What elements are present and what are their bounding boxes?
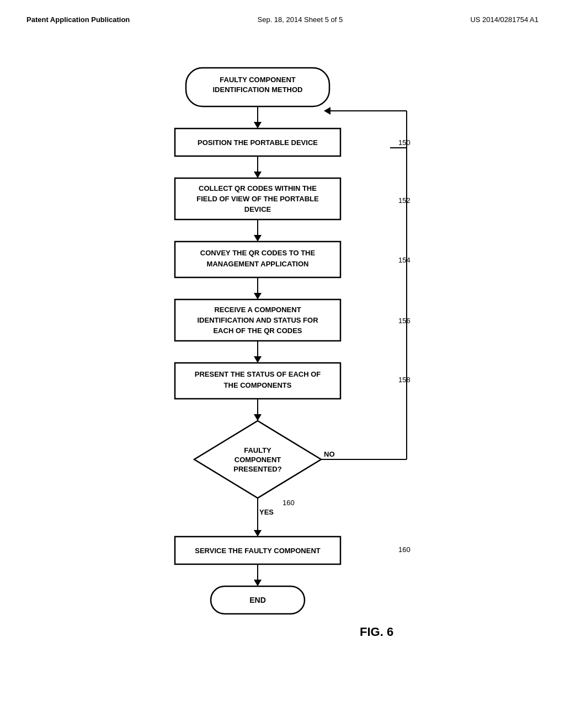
svg-text:YES: YES xyxy=(259,508,274,516)
svg-marker-13 xyxy=(254,172,262,178)
svg-text:SERVICE THE FAULTY COMPONENT: SERVICE THE FAULTY COMPONENT xyxy=(195,547,321,555)
svg-text:POSITION THE PORTABLE DEVICE: POSITION THE PORTABLE DEVICE xyxy=(198,138,318,147)
svg-text:FAULTY: FAULTY xyxy=(244,446,271,454)
svg-marker-39 xyxy=(254,414,262,421)
svg-text:COLLECT QR CODES WITHIN THE: COLLECT QR CODES WITHIN THE xyxy=(199,184,317,192)
svg-marker-33 xyxy=(254,356,262,363)
svg-text:150: 150 xyxy=(398,138,411,147)
svg-marker-8 xyxy=(324,107,331,115)
header-center: Sep. 18, 2014 Sheet 5 of 5 xyxy=(258,15,343,24)
svg-text:MANAGEMENT APPLICATION: MANAGEMENT APPLICATION xyxy=(207,260,309,268)
svg-text:154: 154 xyxy=(398,256,411,264)
svg-text:COMPONENT: COMPONENT xyxy=(234,456,281,464)
svg-marker-4 xyxy=(254,122,262,129)
svg-text:PRESENTED?: PRESENTED? xyxy=(233,465,281,473)
svg-marker-26 xyxy=(254,293,262,299)
svg-text:160: 160 xyxy=(282,499,295,507)
diagram-area: FAULTY COMPONENT IDENTIFICATION METHOD P… xyxy=(0,29,565,713)
svg-text:END: END xyxy=(249,596,266,604)
flowchart-svg: FAULTY COMPONENT IDENTIFICATION METHOD P… xyxy=(89,62,476,713)
svg-text:CONVEY THE QR CODES TO THE: CONVEY THE QR CODES TO THE xyxy=(200,249,316,257)
header-right: US 2014/0281754 A1 xyxy=(470,15,539,24)
svg-text:PRESENT THE STATUS OF EACH OF: PRESENT THE STATUS OF EACH OF xyxy=(195,370,321,378)
svg-marker-55 xyxy=(254,580,262,586)
svg-marker-50 xyxy=(254,530,262,537)
svg-text:IDENTIFICATION METHOD: IDENTIFICATION METHOD xyxy=(213,85,303,94)
svg-text:NO: NO xyxy=(324,450,335,458)
svg-text:EACH OF THE QR CODES: EACH OF THE QR CODES xyxy=(213,326,302,335)
svg-text:RECEIVE A COMPONENT: RECEIVE A COMPONENT xyxy=(214,306,301,314)
svg-text:IDENTIFICATION AND STATUS FOR: IDENTIFICATION AND STATUS FOR xyxy=(197,316,318,324)
page-header: Patent Application Publication Sep. 18, … xyxy=(0,0,565,29)
header-left: Patent Application Publication xyxy=(26,15,130,24)
svg-text:FAULTY COMPONENT: FAULTY COMPONENT xyxy=(220,76,296,84)
svg-text:160: 160 xyxy=(398,545,411,554)
svg-text:FIELD OF VIEW OF THE PORTABLE: FIELD OF VIEW OF THE PORTABLE xyxy=(196,195,319,203)
svg-text:THE COMPONENTS: THE COMPONENTS xyxy=(224,381,292,389)
svg-text:156: 156 xyxy=(398,317,411,325)
svg-text:152: 152 xyxy=(398,196,411,205)
svg-marker-20 xyxy=(254,235,262,242)
svg-text:DEVICE: DEVICE xyxy=(244,205,271,213)
svg-text:FIG. 6: FIG. 6 xyxy=(360,625,393,639)
svg-text:158: 158 xyxy=(398,376,411,384)
